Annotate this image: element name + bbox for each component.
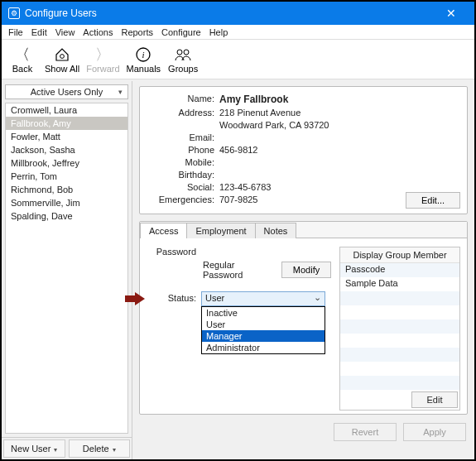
birthday-label: Birthday: [148,170,219,180]
group-list-row[interactable]: Passcode [340,263,459,277]
pointer-arrow-icon [125,292,145,305]
tab-access-body: Password Regular Password Modify Status: [140,238,467,414]
menu-reports[interactable]: Reports [118,27,156,37]
address-label: Address: [148,108,219,118]
app-icon: ⚙ [8,7,20,19]
social-value: 123-45-6783 [219,182,459,192]
workarea: Active Users Only Cromwell, LauraFallbro… [2,81,474,459]
group-list-row[interactable] [340,376,459,390]
tab-access[interactable]: Access [140,223,187,238]
sidebar: Active Users Only Cromwell, LauraFallbro… [2,81,132,459]
menu-view[interactable]: View [52,27,79,37]
mobile-value [219,157,459,167]
user-list-item[interactable]: Spalding, Dave [6,209,127,223]
name-value: Amy Fallbrook [219,94,459,105]
main-panel: Name:Amy Fallbrook Address:218 Pinenut A… [132,81,474,459]
phone-label: Phone [148,145,219,155]
password-label: Password [147,247,196,257]
group-list-row[interactable] [340,362,459,376]
tab-notes[interactable]: Notes [255,223,297,238]
status-combo[interactable]: User [201,291,325,306]
password-value: Regular Password [203,260,275,280]
user-list-item[interactable]: Perrin, Tom [6,170,127,183]
svg-point-0 [60,54,65,58]
emergencies-label: Emergencies: [148,194,219,204]
user-list-item[interactable]: Millbrook, Jeffrey [6,156,127,170]
group-list-row[interactable]: Sample Data [340,277,459,291]
address-line1: 218 Pinenut Avenue [219,108,459,118]
groups-icon [174,46,192,64]
svg-point-3 [177,50,182,55]
user-list-item[interactable]: Cromwell, Laura [6,103,127,117]
back-button[interactable]: 〈 Back [7,46,38,74]
menu-help[interactable]: Help [206,27,232,37]
user-list-item[interactable]: Fowler, Matt [6,130,127,143]
group-header: Display Group Member [340,247,459,263]
status-label: Status: [147,291,196,303]
group-list: PasscodeSample Data [340,263,459,390]
user-list-item[interactable]: Jackson, Sasha [6,143,127,156]
name-label: Name: [148,94,219,105]
new-user-button[interactable]: New User [3,439,65,458]
titlebar: ⚙ Configure Users ✕ [2,2,474,25]
group-edit-button[interactable]: Edit [411,391,458,408]
sidebar-footer: New User Delete [2,437,132,459]
svg-text:i: i [142,50,145,60]
groups-button[interactable]: Groups [167,46,199,74]
window-title: Configure Users [25,7,435,19]
status-row: Status: User InactiveUserManagerAdminist… [147,291,331,306]
group-list-row[interactable] [340,319,459,334]
back-icon: 〈 [15,46,30,64]
forward-icon: 〉 [95,46,110,64]
email-value [219,132,459,142]
delete-user-button[interactable]: Delete [69,439,131,458]
revert-button[interactable]: Revert [334,423,397,441]
menu-file[interactable]: File [5,27,26,37]
display-group-box: Display Group Member PasscodeSample Data… [339,247,460,411]
social-label: Social: [148,182,219,192]
menu-actions[interactable]: Actions [79,27,116,37]
app-window: ⚙ Configure Users ✕ File Edit View Actio… [0,0,476,461]
home-gear-icon [54,46,70,64]
status-option[interactable]: Manager [202,330,325,342]
modify-password-button[interactable]: Modify [281,262,331,278]
tab-employment[interactable]: Employment [186,223,255,238]
menubar: File Edit View Actions Reports Configure… [2,25,474,40]
menu-configure[interactable]: Configure [158,27,204,37]
phone-value: 456-9812 [219,145,459,155]
email-label: Email: [148,132,219,142]
group-list-row[interactable] [340,348,459,362]
apply-button[interactable]: Apply [403,423,466,441]
show-all-button[interactable]: Show All [45,46,79,74]
close-icon[interactable]: ✕ [435,7,468,20]
status-option[interactable]: Administrator [202,342,325,353]
mobile-label: Mobile: [148,157,219,167]
info-icon: i [135,46,151,64]
tabstrip: Access Employment Notes [140,222,467,238]
status-dropdown: InactiveUserManagerAdministrator [201,306,325,354]
birthday-value [219,170,459,180]
footer-buttons: Revert Apply [139,421,468,441]
toolbar: 〈 Back Show All 〉 Forward i Manuals Grou… [2,40,474,79]
status-option[interactable]: User [202,319,325,330]
address-line2: Woodward Park, CA 93720 [219,120,459,130]
svg-point-4 [184,50,189,55]
manuals-button[interactable]: i Manuals [127,46,161,74]
user-list-item[interactable]: Fallbrook, Amy [6,117,127,130]
user-filter-dropdown[interactable]: Active Users Only [5,84,128,99]
user-list-item[interactable]: Sommerville, Jim [6,196,127,209]
status-option[interactable]: Inactive [202,307,325,319]
group-list-row[interactable] [340,305,459,319]
details-card: Name:Amy Fallbrook Address:218 Pinenut A… [139,86,468,214]
group-list-row[interactable] [340,334,459,348]
menu-edit[interactable]: Edit [28,27,50,37]
user-list-item[interactable]: Richmond, Bob [6,183,127,196]
forward-button: 〉 Forward [86,46,119,74]
access-left-column: Password Regular Password Modify Status: [147,247,331,411]
tabs-card: Access Employment Notes Password Regular… [139,221,468,415]
edit-details-button[interactable]: Edit... [406,192,460,209]
group-list-row[interactable] [340,291,459,305]
user-list: Cromwell, LauraFallbrook, AmyFowler, Mat… [5,103,128,434]
